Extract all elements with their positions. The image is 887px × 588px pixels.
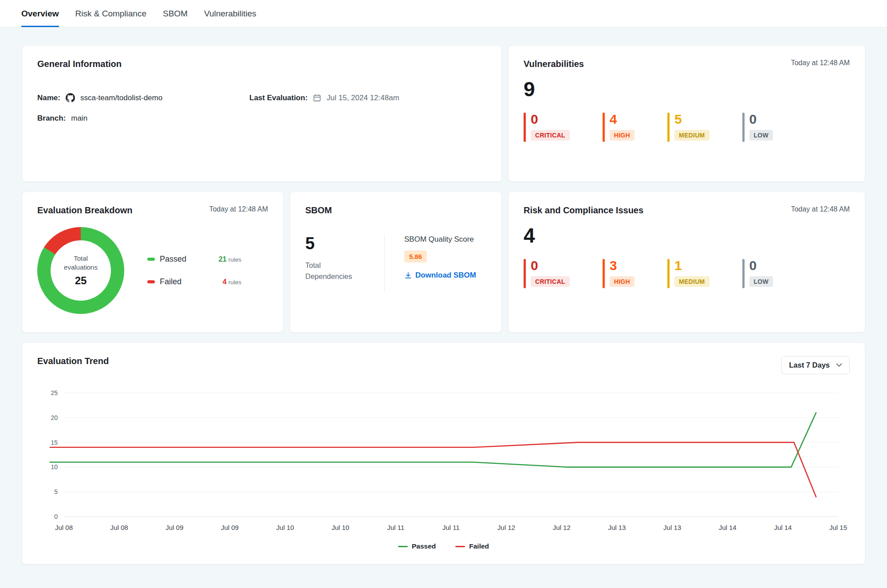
tab-overview[interactable]: Overview [21, 0, 59, 27]
severity-bar-high [603, 259, 605, 288]
evaluation-breakdown-timestamp: Today at 12:48 AM [209, 205, 268, 213]
evaluation-trend-title: Evaluation Trend [37, 356, 109, 366]
severity-stat-high: 3 HIGH [603, 259, 635, 288]
legend-item-passed: Passed 21rules [147, 255, 241, 264]
svg-text:20: 20 [51, 414, 58, 421]
severity-count-medium: 5 [674, 113, 710, 126]
total-dependencies-label: Total Dependencies [305, 260, 347, 282]
svg-text:25: 25 [51, 389, 58, 396]
severity-count-low: 0 [749, 259, 773, 272]
risk-compliance-severity-stats: 0 CRITICAL 3 HIGH 1 MEDIUM 0 LOW [524, 259, 850, 288]
svg-text:Jul 11: Jul 11 [442, 524, 460, 531]
branch-label: Branch: [37, 114, 66, 123]
download-sbom-label: Download SBOM [415, 271, 476, 280]
svg-text:Jul 08: Jul 08 [110, 524, 128, 531]
severity-bar-critical [524, 259, 526, 288]
sbom-card: SBOM 5 Total Dependencies SBOM Quality S… [290, 192, 502, 333]
vulnerabilities-card: Vulnerabilities Today at 12:48 AM 9 0 CR… [508, 45, 865, 182]
donut-center: Total evaluations 25 [51, 240, 111, 301]
svg-text:Jul 10: Jul 10 [276, 524, 294, 531]
repo-name-row: Name: ssca-team/todolist-demo [37, 93, 249, 102]
vulnerabilities-total: 9 [524, 79, 850, 99]
passed-line-label: Passed [412, 542, 436, 550]
evaluation-trend-card: Evaluation Trend Last 7 Days 0510152025J… [22, 342, 865, 564]
svg-text:Jul 13: Jul 13 [608, 524, 626, 531]
overview-dashboard: General Information Name: ssca-team/todo… [0, 27, 887, 564]
evaluation-breakdown-card: Evaluation Breakdown Today at 12:48 AM T… [22, 192, 284, 333]
severity-badge-high: HIGH [610, 276, 635, 287]
severity-badge-medium: MEDIUM [674, 276, 710, 287]
svg-text:Jul 14: Jul 14 [719, 524, 737, 531]
severity-stat-high: 4 HIGH [603, 113, 635, 142]
severity-bar-medium [667, 113, 670, 142]
passed-legend-label: Passed [160, 255, 186, 264]
donut-center-label: Total evaluations [56, 254, 105, 272]
passed-rules-count: 21rules [218, 255, 241, 263]
severity-badge-medium: MEDIUM [674, 130, 710, 141]
tab-risk-compliance[interactable]: Risk & Compliance [75, 0, 147, 27]
severity-count-high: 4 [610, 113, 635, 126]
repo-name-value: ssca-team/todolist-demo [80, 94, 162, 102]
sbom-quality-score-badge: 5.86 [404, 251, 427, 263]
severity-count-medium: 1 [674, 259, 710, 272]
severity-badge-low: LOW [749, 276, 773, 287]
passed-line-swatch [398, 546, 408, 547]
risk-compliance-total: 4 [524, 225, 850, 246]
tab-sbom[interactable]: SBOM [163, 0, 188, 27]
severity-count-high: 3 [610, 259, 635, 272]
tab-vulnerabilities[interactable]: Vulnerabilities [204, 0, 256, 27]
vulnerabilities-title: Vulnerabilities [524, 59, 584, 69]
general-information-title: General Information [37, 59, 486, 69]
risk-compliance-title: Risk and Compliance Issues [524, 205, 643, 216]
branch-row: Branch: main [37, 114, 249, 123]
severity-badge-low: LOW [749, 130, 773, 141]
date-range-value: Last 7 Days [789, 361, 830, 369]
severity-stat-critical: 0 CRITICAL [524, 113, 570, 142]
svg-text:5: 5 [54, 488, 58, 495]
tab-bar: Overview Risk & Compliance SBOM Vulnerab… [0, 0, 887, 27]
svg-text:Jul 09: Jul 09 [221, 524, 239, 531]
severity-bar-low [742, 259, 745, 288]
evaluations-donut-chart: Total evaluations 25 [37, 227, 124, 314]
failed-line-swatch [455, 546, 465, 547]
svg-text:15: 15 [51, 439, 58, 446]
severity-stat-medium: 1 MEDIUM [667, 259, 710, 288]
sbom-quality-block: SBOM Quality Score 5.86 Download SBOM [385, 235, 476, 292]
vulnerabilities-timestamp: Today at 12:48 AM [791, 59, 850, 67]
svg-text:0: 0 [54, 513, 58, 520]
severity-bar-high [603, 113, 605, 142]
trend-line-chart: 0510152025Jul 08Jul 08Jul 09Jul 09Jul 10… [37, 385, 849, 538]
risk-compliance-card: Risk and Compliance Issues Today at 12:4… [508, 192, 865, 333]
svg-text:Jul 12: Jul 12 [497, 524, 515, 531]
trend-legend-passed: Passed [398, 542, 436, 550]
severity-stat-low: 0 LOW [742, 113, 773, 142]
legend-item-failed: Failed 4rules [147, 277, 241, 286]
last-evaluation-row: Last Evaluation: Jul 15, 2024 12:48am [249, 94, 486, 102]
download-sbom-link[interactable]: Download SBOM [404, 271, 476, 280]
total-dependencies-count: 5 [305, 235, 384, 252]
donut-center-total: 25 [75, 274, 87, 287]
vulnerabilities-severity-stats: 0 CRITICAL 4 HIGH 5 MEDIUM 0 LOW [524, 113, 850, 142]
severity-count-critical: 0 [531, 259, 570, 272]
passed-legend-swatch [147, 258, 155, 261]
branch-value: main [71, 114, 87, 123]
svg-text:Jul 15: Jul 15 [829, 524, 847, 531]
breakdown-legend: Passed 21rules Failed 4rules [147, 255, 241, 286]
failed-legend-swatch [147, 280, 155, 283]
last-evaluation-value: Jul 15, 2024 12:48am [327, 94, 399, 102]
severity-bar-critical [524, 113, 526, 142]
risk-compliance-timestamp: Today at 12:48 AM [791, 205, 850, 213]
evaluation-breakdown-title: Evaluation Breakdown [37, 205, 133, 216]
svg-text:Jul 12: Jul 12 [553, 524, 571, 531]
sbom-dependencies-block: 5 Total Dependencies [305, 235, 384, 292]
severity-bar-medium [667, 259, 670, 288]
chevron-down-icon [836, 363, 842, 367]
sbom-quality-score-label: SBOM Quality Score [404, 235, 476, 244]
name-label: Name: [37, 94, 60, 102]
severity-badge-critical: CRITICAL [531, 130, 570, 141]
svg-text:Jul 11: Jul 11 [387, 524, 404, 531]
date-range-select[interactable]: Last 7 Days [781, 356, 850, 374]
github-icon [66, 93, 75, 102]
svg-text:10: 10 [51, 463, 58, 470]
failed-legend-label: Failed [160, 277, 181, 286]
